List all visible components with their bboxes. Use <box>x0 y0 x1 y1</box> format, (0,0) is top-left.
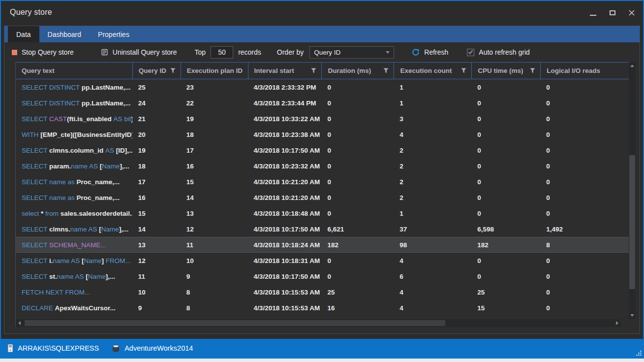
query-grid: Query textQuery IDExecution plan IDInter… <box>15 62 636 327</box>
maximize-button[interactable] <box>609 9 616 17</box>
scroll-up-arrow[interactable] <box>630 65 634 67</box>
table-row[interactable]: SELECT clmns.name AS [Name],...14124/3/2… <box>16 221 629 237</box>
exec-count-cell: 3 <box>394 115 471 123</box>
filter-icon[interactable] <box>461 68 466 73</box>
table-row[interactable]: SELECT name as Proc_name,...17154/3/2018… <box>16 174 629 190</box>
vertical-scrollbar-thumb[interactable] <box>629 155 635 289</box>
cpu-time-cell: 0 <box>471 257 540 264</box>
filter-icon[interactable] <box>243 68 243 73</box>
stop-icon <box>12 50 17 55</box>
table-row[interactable]: SELECT name as Proc_name,...16144/3/2018… <box>16 190 629 205</box>
auto-refresh-toggle[interactable]: Auto refresh grid <box>467 48 530 56</box>
interval-start-cell: 4/3/2018 10:18:31 AM <box>248 257 322 264</box>
table-row[interactable]: SELECT st.name AS [Name],...1194/3/2018 … <box>16 268 629 284</box>
filter-icon[interactable] <box>383 68 389 73</box>
uninstall-query-store-button[interactable]: Uninstall Query store <box>101 48 177 56</box>
query-id-cell: 17 <box>132 178 181 186</box>
database-status-item: AdventureWorks2014 <box>112 344 193 353</box>
column-header-label: CPU time (ms) <box>478 67 523 74</box>
table-row[interactable]: SELECT clmns.column_id AS [ID],...19174/… <box>16 142 629 158</box>
query-text-cell: FETCH NEXT FROM... <box>16 289 132 296</box>
column-header-label: Query ID <box>139 67 166 74</box>
vertical-scrollbar[interactable] <box>629 62 636 319</box>
table-row[interactable]: SELECT CAST(fti.is_enabled AS bit)...211… <box>16 111 629 127</box>
column-header-label: Interval start <box>254 67 294 74</box>
table-row[interactable]: WITH [EMP_cte]([BusinessEntityID],...201… <box>16 127 629 142</box>
exec-count-cell: 4 <box>394 131 471 138</box>
exec-count-cell: 2 <box>394 178 471 186</box>
filter-icon[interactable] <box>530 68 535 73</box>
cpu-time-cell: 0 <box>471 194 540 201</box>
duration-cell: 25 <box>321 289 394 296</box>
query-text-cell: DECLARE ApexWaitsCursor... <box>16 304 132 312</box>
query-text-cell: WITH [EMP_cte]([BusinessEntityID],... <box>16 131 132 138</box>
tab-dashboard[interactable]: Dashboard <box>39 26 90 42</box>
stop-query-store-button[interactable]: Stop Query store <box>12 48 74 56</box>
interval-start-cell: 4/3/2018 10:23:32 AM <box>248 163 322 170</box>
query-id-cell: 18 <box>132 163 181 170</box>
table-row[interactable]: select * from sales.salesorderdetail...1… <box>16 205 629 221</box>
horizontal-scrollbar-thumb[interactable] <box>25 320 445 326</box>
duration-cell: 0 <box>321 115 394 123</box>
tab-properties[interactable]: Properties <box>90 26 138 42</box>
order-by-value: Query ID <box>314 49 340 56</box>
table-row[interactable]: DECLARE ApexWaitsCursor...984/3/2018 10:… <box>16 300 629 316</box>
column-header-logical-i-o-reads[interactable]: Logical I/O reads <box>540 63 629 79</box>
column-header-cpu-time-ms-[interactable]: CPU time (ms) <box>471 63 540 79</box>
auto-refresh-checkbox[interactable] <box>467 49 474 56</box>
cpu-time-cell: 0 <box>471 163 540 170</box>
minimize-button[interactable] <box>589 9 597 17</box>
plan-id-cell: 18 <box>181 131 248 138</box>
column-header-query-id[interactable]: Query ID <box>132 63 181 79</box>
table-row[interactable]: SELECT DISTINCT pp.LastName,...24224/3/2… <box>16 95 629 111</box>
query-id-cell: 15 <box>132 210 181 217</box>
query-store-window: Query store Data Dashboard Properties St… <box>0 0 644 359</box>
top-records-input[interactable] <box>211 46 233 59</box>
query-text-cell: SELECT clmns.column_id AS [ID],... <box>16 147 132 154</box>
query-id-cell: 11 <box>132 273 181 280</box>
exec-count-cell: 1 <box>394 210 471 217</box>
duration-cell: 0 <box>321 210 394 217</box>
tab-data[interactable]: Data <box>8 26 39 42</box>
resize-grip[interactable] <box>635 350 642 357</box>
grid-rows: SELECT DISTINCT pp.LastName,...25234/3/2… <box>16 79 636 316</box>
table-row[interactable]: SELECT SCHEMA_NAME...13114/3/2018 10:18:… <box>16 237 629 253</box>
horizontal-scrollbar[interactable] <box>16 319 621 327</box>
column-header-execution-plan-id[interactable]: Execution plan ID <box>181 63 248 79</box>
io-reads-cell: 0 <box>540 163 629 170</box>
column-header-execution-count[interactable]: Execution count <box>394 63 471 79</box>
table-row[interactable]: FETCH NEXT FROM...1084/3/2018 10:15:53 A… <box>16 284 629 300</box>
column-header-duration-ms-[interactable]: Duration (ms) <box>321 63 394 79</box>
scroll-right-arrow[interactable] <box>616 321 618 325</box>
close-button[interactable] <box>628 9 635 17</box>
column-header-interval-start[interactable]: Interval start <box>248 63 322 79</box>
checkbox-check-icon <box>468 50 473 55</box>
query-id-cell: 14 <box>132 226 181 233</box>
query-id-cell: 20 <box>132 131 181 138</box>
scroll-left-arrow[interactable] <box>18 321 21 325</box>
plan-id-cell: 8 <box>181 289 248 296</box>
table-row[interactable]: SELECT param.name AS [Name],...18164/3/2… <box>16 158 629 174</box>
title-bar: Query store <box>1 1 643 26</box>
filter-icon[interactable] <box>170 68 176 73</box>
io-reads-cell: 0 <box>540 84 629 91</box>
order-by-select[interactable]: Query ID <box>309 46 394 59</box>
io-reads-cell: 0 <box>540 178 629 186</box>
refresh-button[interactable]: Refresh <box>412 48 448 56</box>
interval-start-cell: 4/3/2018 10:23:38 AM <box>248 131 322 138</box>
query-text-cell: SELECT name as Proc_name,... <box>16 178 132 186</box>
duration-cell: 0 <box>321 178 394 186</box>
query-text-cell: SELECT CAST(fti.is_enabled AS bit)... <box>16 115 132 123</box>
plan-id-cell: 9 <box>181 273 248 280</box>
io-reads-cell: 0 <box>540 273 629 280</box>
query-id-cell: 9 <box>132 304 181 312</box>
column-header-query-text[interactable]: Query text <box>16 63 132 79</box>
scroll-down-arrow[interactable] <box>630 314 634 317</box>
filter-icon[interactable] <box>311 68 316 73</box>
duration-cell: 16 <box>321 304 394 312</box>
table-row[interactable]: SELECT i.name AS [Name] FROM...12104/3/2… <box>16 253 629 268</box>
interval-start-cell: 4/3/2018 10:15:53 AM <box>248 304 322 312</box>
cpu-time-cell: 0 <box>471 178 540 186</box>
table-row[interactable]: SELECT DISTINCT pp.LastName,...25234/3/2… <box>16 79 629 95</box>
exec-count-cell: 2 <box>394 194 471 201</box>
